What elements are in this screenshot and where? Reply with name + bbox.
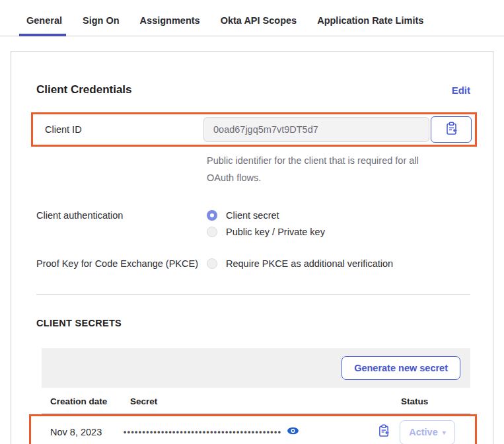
section-divider xyxy=(36,294,470,295)
radio-client-secret-label: Client secret xyxy=(226,210,279,221)
secrets-table-header: Creation date Secret Status xyxy=(42,388,470,414)
masked-secret-value: ••••••••••••••••••••••••••••••••••••••••… xyxy=(124,427,281,437)
radio-public-private-key[interactable] xyxy=(207,227,217,237)
client-id-copy-button[interactable] xyxy=(431,116,472,143)
radio-client-secret[interactable] xyxy=(207,210,217,221)
pkce-label: Proof Key for Code Exchange (PKCE) xyxy=(36,258,207,269)
generate-new-secret-button[interactable]: Generate new secret xyxy=(342,356,460,380)
secret-creation-date: Nov 8, 2023 xyxy=(50,427,124,437)
secret-copy-button[interactable] xyxy=(378,424,390,440)
pkce-option: Require PKCE as additional verification xyxy=(207,258,393,269)
clipboard-copy-icon xyxy=(378,424,390,440)
secret-value-cell: ••••••••••••••••••••••••••••••••••••••••… xyxy=(124,426,368,438)
client-credentials-title: Client Credentials xyxy=(36,83,132,96)
pkce-row: Proof Key for Code Exchange (PKCE) Requi… xyxy=(36,258,470,269)
status-dropdown[interactable]: Active ▾ xyxy=(400,420,455,444)
client-secrets-section: Generate new secret Creation date Secret… xyxy=(42,348,470,444)
eye-icon xyxy=(287,426,299,438)
chevron-down-icon: ▾ xyxy=(443,429,446,436)
clipboard-copy-icon xyxy=(445,122,458,138)
client-id-help-text: Public identifier for the client that is… xyxy=(207,153,439,187)
tab-sign-on[interactable]: Sign On xyxy=(83,15,120,36)
radio-public-private-key-label: Public key / Private key xyxy=(226,227,325,237)
client-id-highlight-annotation: Client ID 0oad67jgq5m7vt9DT5d7 xyxy=(31,112,477,147)
tab-bar: General Sign On Assignments Okta API Sco… xyxy=(0,0,504,36)
client-id-label: Client ID xyxy=(45,124,203,135)
client-authentication-label: Client authentication xyxy=(36,210,207,221)
status-header: Status xyxy=(401,396,470,406)
client-authentication-row: Client authentication Client secret Publ… xyxy=(36,210,470,237)
secret-header: Secret xyxy=(130,396,369,406)
tab-application-rate-limits[interactable]: Application Rate Limits xyxy=(317,15,423,36)
tab-general[interactable]: General xyxy=(26,15,62,36)
reveal-secret-button[interactable] xyxy=(287,426,299,438)
creation-date-header: Creation date xyxy=(50,396,130,406)
tab-assignments[interactable]: Assignments xyxy=(140,15,200,36)
client-secrets-toolbar: Generate new secret xyxy=(42,348,470,388)
status-label: Active xyxy=(409,427,438,437)
option-public-private-key: Public key / Private key xyxy=(207,227,325,237)
pkce-checkbox[interactable] xyxy=(207,258,217,269)
settings-card: Client Credentials Edit Client ID 0oad67… xyxy=(11,51,493,444)
edit-link[interactable]: Edit xyxy=(452,85,470,96)
client-id-row: Client ID 0oad67jgq5m7vt9DT5d7 xyxy=(45,116,472,143)
client-credentials-header: Client Credentials Edit xyxy=(36,83,470,96)
tab-okta-api-scopes[interactable]: Okta API Scopes xyxy=(221,15,297,36)
client-secrets-title: CLIENT SECRETS xyxy=(36,318,470,328)
option-client-secret: Client secret xyxy=(207,210,325,221)
client-id-value-field[interactable]: 0oad67jgq5m7vt9DT5d7 xyxy=(203,117,429,142)
client-secret-highlight-annotation: Nov 8, 2023 ••••••••••••••••••••••••••••… xyxy=(29,414,477,444)
pkce-option-label: Require PKCE as additional verification xyxy=(226,258,393,269)
